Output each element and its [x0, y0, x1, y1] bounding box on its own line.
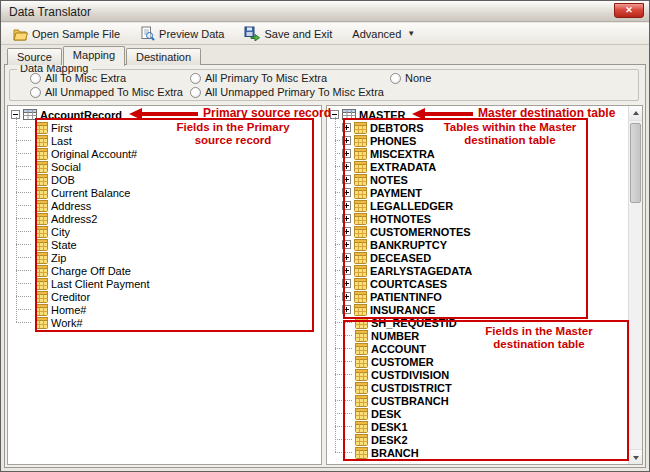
toolbar-button-preview-data[interactable]: Preview Data: [136, 24, 228, 43]
expand-icon[interactable]: [342, 305, 351, 314]
tree-root-master[interactable]: MASTER: [327, 108, 628, 121]
source-field-state[interactable]: State: [8, 238, 321, 251]
vertical-scrollbar[interactable]: [628, 106, 642, 464]
source-field-work[interactable]: Work#: [8, 316, 321, 329]
radio-circle-icon[interactable]: [390, 73, 401, 84]
destination-field-branch[interactable]: BRANCH: [327, 446, 628, 459]
table-item-icon: [355, 447, 368, 459]
destination-field-desk2[interactable]: DESK2: [327, 433, 628, 446]
destination-table-legalledger[interactable]: LEGALLEDGER: [327, 199, 628, 212]
scroll-up-button[interactable]: [629, 106, 642, 121]
arrow-up-icon: [633, 111, 639, 115]
destination-table-phones[interactable]: PHONES: [327, 134, 628, 147]
table-item-icon: [354, 265, 367, 277]
tree-root-accountrecord[interactable]: AccountRecord: [8, 108, 321, 121]
destination-field-number[interactable]: NUMBER: [327, 329, 628, 342]
radio-all-unmapped-primary-to-misc-extra[interactable]: All Unmapped Primary To Misc Extra: [190, 86, 384, 98]
tree-item-label: City: [51, 226, 70, 238]
source-field-home[interactable]: Home#: [8, 303, 321, 316]
expand-icon[interactable]: [342, 123, 351, 132]
radio-circle-icon[interactable]: [30, 87, 41, 98]
expand-icon[interactable]: [342, 136, 351, 145]
title-bar[interactable]: Data Translator ✕: [1, 1, 649, 22]
radio-all-to-misc-extra[interactable]: All To Misc Extra: [30, 72, 126, 84]
close-button[interactable]: ✕: [614, 3, 644, 18]
source-field-address[interactable]: Address: [8, 199, 321, 212]
destination-table-insurance[interactable]: INSURANCE: [327, 303, 628, 316]
destination-field-custdivision[interactable]: CUSTDIVISION: [327, 368, 628, 381]
expand-icon[interactable]: [342, 149, 351, 158]
destination-field-sh-requestid[interactable]: SH_REQUESTID: [327, 316, 628, 329]
destination-table-deceased[interactable]: DECEASED: [327, 251, 628, 264]
destination-table-payment[interactable]: PAYMENT: [327, 186, 628, 199]
expand-icon[interactable]: [342, 214, 351, 223]
destination-table-hotnotes[interactable]: HOTNOTES: [327, 212, 628, 225]
radio-circle-icon[interactable]: [190, 87, 201, 98]
source-field-first[interactable]: First: [8, 121, 321, 134]
source-field-original-account[interactable]: Original Account#: [8, 147, 321, 160]
toolbar-button-save-and-exit[interactable]: Save and Exit: [240, 24, 336, 43]
source-field-creditor[interactable]: Creditor: [8, 290, 321, 303]
expand-icon[interactable]: [342, 292, 351, 301]
radio-circle-icon[interactable]: [190, 73, 201, 84]
scrollbar-thumb[interactable]: [630, 123, 641, 203]
destination-table-customernotes[interactable]: CUSTOMERNOTES: [327, 225, 628, 238]
tree-item-label: Last: [51, 135, 72, 147]
expand-icon[interactable]: [342, 162, 351, 171]
destination-field-customer[interactable]: CUSTOMER: [327, 355, 628, 368]
tab-mapping[interactable]: Mapping: [63, 46, 125, 66]
destination-field-account[interactable]: ACCOUNT: [327, 342, 628, 355]
source-field-social[interactable]: Social: [8, 160, 321, 173]
destination-field-desk[interactable]: DESK: [327, 407, 628, 420]
expand-icon[interactable]: [342, 253, 351, 262]
tree-item-label: Home#: [51, 304, 86, 316]
tab-page: Data Mapping All To Misc ExtraAll Primar…: [4, 64, 646, 468]
source-field-charge-off-date[interactable]: Charge Off Date: [8, 264, 321, 277]
destination-table-extradata[interactable]: EXTRADATA: [327, 160, 628, 173]
destination-table-patientinfo[interactable]: PATIENTINFO: [327, 290, 628, 303]
source-field-dob[interactable]: DOB: [8, 173, 321, 186]
destination-table-bankruptcy[interactable]: BANKRUPTCY: [327, 238, 628, 251]
scroll-down-button[interactable]: [629, 449, 642, 464]
toolbar-button-open-sample-file[interactable]: Open Sample File: [9, 25, 124, 43]
table-item-icon: [354, 304, 367, 316]
source-field-last[interactable]: Last: [8, 134, 321, 147]
destination-table-earlystagedata[interactable]: EARLYSTAGEDATA: [327, 264, 628, 277]
table-item-icon: [355, 369, 368, 381]
expand-icon[interactable]: [342, 279, 351, 288]
source-field-last-client-payment[interactable]: Last Client Payment: [8, 277, 321, 290]
destination-table-miscextra[interactable]: MISCEXTRA: [327, 147, 628, 160]
tab-source[interactable]: Source: [7, 48, 62, 65]
tree-item-label: Address: [51, 200, 91, 212]
source-field-address2[interactable]: Address2: [8, 212, 321, 225]
source-tree-panel[interactable]: AccountRecordFirstLastOriginal Account#S…: [7, 105, 322, 465]
destination-table-courtcases[interactable]: COURTCASES: [327, 277, 628, 290]
destination-field-custdistrict[interactable]: CUSTDISTRICT: [327, 381, 628, 394]
toolbar-button-advanced[interactable]: Advanced▼: [348, 26, 419, 42]
table-item-icon: [35, 226, 48, 238]
source-field-zip[interactable]: Zip: [8, 251, 321, 264]
open-folder-icon: [13, 27, 28, 41]
table-item-icon: [35, 304, 48, 316]
radio-all-unmapped-to-misc-extra[interactable]: All Unmapped To Misc Extra: [30, 86, 183, 98]
expand-icon[interactable]: [342, 175, 351, 184]
radio-circle-icon[interactable]: [30, 73, 41, 84]
expand-icon[interactable]: [342, 240, 351, 249]
table-item-icon: [35, 174, 48, 186]
destination-field-desk1[interactable]: DESK1: [327, 420, 628, 433]
radio-none[interactable]: None: [390, 72, 431, 84]
expand-icon[interactable]: [342, 266, 351, 275]
destination-table-debtors[interactable]: DEBTORS: [327, 121, 628, 134]
expand-icon[interactable]: [342, 188, 351, 197]
source-field-current-balance[interactable]: Current Balance: [8, 186, 321, 199]
tree-item-label: EARLYSTAGEDATA: [370, 265, 472, 277]
source-field-city[interactable]: City: [8, 225, 321, 238]
expand-icon[interactable]: [342, 227, 351, 236]
expand-icon[interactable]: [342, 201, 351, 210]
destination-field-custbranch[interactable]: CUSTBRANCH: [327, 394, 628, 407]
destination-table-notes[interactable]: NOTES: [327, 173, 628, 186]
table-item-icon: [35, 239, 48, 251]
destination-tree-panel[interactable]: MASTERDEBTORSPHONESMISCEXTRAEXTRADATANOT…: [326, 105, 643, 465]
radio-all-primary-to-misc-extra[interactable]: All Primary To Misc Extra: [190, 72, 327, 84]
tab-destination[interactable]: Destination: [126, 48, 201, 65]
